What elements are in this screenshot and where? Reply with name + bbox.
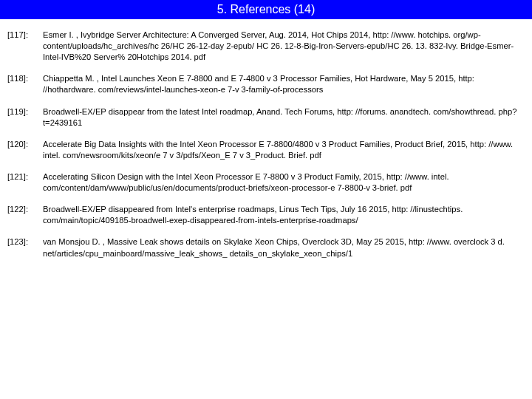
references-content: [117]: Esmer I. , Ivybridge Server Archi…	[0, 19, 532, 259]
reference-text: Broadwell-EX/EP disappeared from Intel's…	[43, 204, 525, 226]
reference-item: [118]: Chiappetta M. , Intel Launches Xe…	[7, 73, 525, 95]
reference-label: [119]:	[7, 106, 43, 129]
reference-label: [117]:	[7, 30, 43, 63]
reference-item: [120]: Accelerate Big Data Insights with…	[7, 139, 525, 161]
reference-text: Accelerating Silicon Design with the Int…	[43, 171, 525, 194]
slide-title: 5. References (14)	[217, 3, 316, 16]
reference-label: [118]:	[7, 73, 43, 95]
reference-text: Esmer I. , Ivybridge Server Architecture…	[43, 30, 525, 63]
reference-item: [119]: Broadwell-EX/EP disappear from th…	[7, 106, 525, 129]
reference-item: [117]: Esmer I. , Ivybridge Server Archi…	[7, 30, 525, 63]
reference-item: [123]: van Monsjou D. , Massive Leak sho…	[7, 236, 525, 259]
reference-text: van Monsjou D. , Massive Leak shows deta…	[43, 236, 525, 259]
reference-label: [120]:	[7, 139, 43, 161]
reference-text: Broadwell-EX/EP disappear from the lates…	[43, 106, 525, 129]
reference-item: [121]: Accelerating Silicon Design with …	[7, 171, 525, 194]
reference-label: [123]:	[7, 236, 43, 259]
reference-label: [122]:	[7, 204, 43, 226]
reference-text: Chiappetta M. , Intel Launches Xeon E 7-…	[43, 73, 525, 95]
slide-header: 5. References (14)	[0, 0, 532, 19]
reference-text: Accelerate Big Data Insights with the In…	[43, 139, 525, 161]
reference-item: [122]: Broadwell-EX/EP disappeared from …	[7, 204, 525, 226]
reference-label: [121]:	[7, 171, 43, 194]
